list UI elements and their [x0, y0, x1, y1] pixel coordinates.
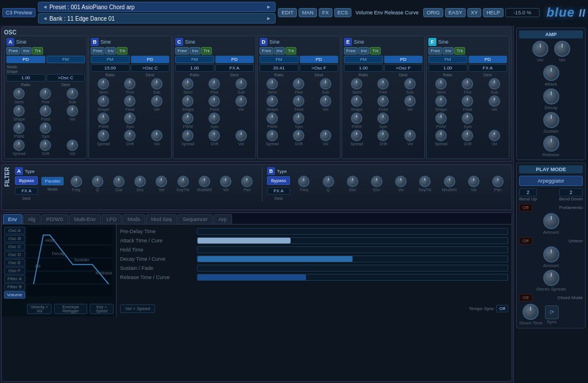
osc-a-trk[interactable]: Trk: [32, 47, 43, 55]
osc-d-spread-knob[interactable]: [266, 130, 278, 141]
osc-b-inv[interactable]: Inv: [105, 47, 116, 55]
osc-e-vol-knob[interactable]: [404, 130, 416, 141]
osc-b-feed-knob[interactable]: [124, 95, 136, 107]
osc-f-vel-knob[interactable]: [489, 95, 500, 107]
amp-release-knob[interactable]: [543, 136, 559, 152]
tab-env[interactable]: Env: [3, 214, 22, 224]
osc-a-spread-knob[interactable]: [13, 140, 25, 151]
next-bank-arrow[interactable]: ►: [265, 16, 273, 21]
osc-e-inv[interactable]: Inv: [358, 47, 369, 55]
osc-b-sub-knob[interactable]: [151, 78, 163, 90]
filter-b-vol-knob[interactable]: [468, 176, 479, 187]
osc-c-free[interactable]: Free: [175, 47, 189, 55]
osc-d-free[interactable]: Free: [260, 47, 273, 55]
man-button[interactable]: MAN: [299, 8, 317, 17]
filter-a-dist-knob[interactable]: [113, 176, 125, 187]
filter-a-bypass[interactable]: Bypass: [15, 176, 38, 185]
osc-c-semi-knob[interactable]: [182, 78, 194, 90]
unison-amount-knob[interactable]: [543, 246, 559, 262]
tab-lfo[interactable]: LFO: [102, 214, 122, 224]
osc-d-vol-knob[interactable]: [320, 130, 331, 141]
osc-d-shape-knob[interactable]: [266, 95, 278, 107]
osc-b-sym-knob[interactable]: [124, 113, 136, 124]
sync-icon-box[interactable]: ⟳: [545, 305, 559, 319]
tab-arp[interactable]: Arp: [214, 214, 232, 224]
amp-decay-knob[interactable]: [543, 88, 559, 105]
osc-c-vol-knob[interactable]: [235, 130, 247, 141]
amp-attack-knob[interactable]: [543, 65, 559, 81]
osc-c-shape-knob[interactable]: [182, 95, 194, 107]
tab-mods[interactable]: Mods: [122, 214, 145, 224]
osc-f-inv[interactable]: Inv: [443, 47, 454, 55]
easy-button[interactable]: EASY: [445, 8, 466, 17]
fx-button[interactable]: FX: [319, 8, 332, 17]
env-sustain-bar[interactable]: [197, 265, 508, 272]
filter-a-parallel-btn[interactable]: Parallel: [41, 177, 64, 185]
env-filter-b-btn[interactable]: Filter B: [4, 283, 25, 291]
env-filter-a-btn[interactable]: Filter A: [4, 275, 25, 283]
osc-b-fine-knob[interactable]: [124, 78, 136, 90]
osc-b-spread-knob[interactable]: [98, 130, 109, 141]
next-preset-arrow[interactable]: ►: [265, 4, 273, 10]
osc-c-inv[interactable]: Inv: [189, 47, 200, 55]
filter-b-freq-knob[interactable]: [298, 176, 310, 187]
filter-b-bypass[interactable]: Bypass: [267, 176, 290, 185]
osc-c-trk[interactable]: Trk: [201, 47, 212, 55]
edit-button[interactable]: EDIT: [278, 8, 297, 17]
portamento-amount-knob[interactable]: [543, 213, 559, 229]
amp-sustain-knob[interactable]: [543, 112, 559, 128]
filter-a-env-knob[interactable]: [134, 176, 146, 187]
osc-f-pwm-knob[interactable]: [435, 113, 447, 124]
osc-f-sym-knob[interactable]: [462, 113, 473, 124]
env-velocity-vol-btn[interactable]: Velocity > Vol: [27, 304, 52, 314]
osc-c-vel-knob[interactable]: [235, 95, 247, 107]
osc-a-fine-knob[interactable]: [40, 88, 51, 99]
osc-a-sub-knob[interactable]: [67, 88, 78, 99]
amp-vol-knob[interactable]: [532, 41, 548, 57]
strum-time-knob[interactable]: [523, 304, 539, 320]
env-osc-b-btn[interactable]: Osc B: [4, 235, 25, 242]
filter-b-q-knob[interactable]: [323, 176, 334, 187]
env-osc-f-btn[interactable]: Osc F: [4, 267, 25, 274]
osc-f-spread-knob[interactable]: [435, 130, 447, 141]
env-osc-c-btn[interactable]: Osc C: [4, 243, 25, 250]
osc-a-fm-btn[interactable]: FM: [47, 56, 86, 63]
amp-vel-knob[interactable]: [554, 41, 570, 57]
osc-b-trk[interactable]: Trk: [117, 47, 127, 55]
filter-a-vel-knob[interactable]: [156, 176, 167, 187]
osc-c-pwm-knob[interactable]: [182, 113, 194, 124]
osc-e-trk[interactable]: Trk: [370, 47, 381, 55]
tab-alg[interactable]: Alg: [23, 214, 41, 224]
osc-f-shape-knob[interactable]: [435, 95, 447, 107]
osc-e-spread-knob[interactable]: [351, 130, 362, 141]
osc-c-drift-knob[interactable]: [208, 130, 220, 141]
help-button[interactable]: HELP: [483, 8, 504, 17]
osc-e-feed-knob[interactable]: [377, 95, 389, 107]
orig-button[interactable]: ORIG: [423, 8, 443, 17]
osc-a-free[interactable]: Free: [6, 47, 20, 55]
env-hold-bar[interactable]: [197, 246, 508, 253]
env-osc-a-btn[interactable]: Osc A: [4, 227, 25, 234]
osc-b-drift-knob[interactable]: [124, 130, 136, 141]
osc-a-semi-knob[interactable]: [13, 88, 25, 99]
env-osc-d-btn[interactable]: Osc D: [4, 251, 25, 258]
osc-c-fm-btn[interactable]: FM: [175, 56, 214, 63]
osc-f-sub-knob[interactable]: [489, 78, 500, 90]
osc-c-sym-knob[interactable]: [208, 113, 220, 124]
osc-f-semi-knob[interactable]: [435, 78, 447, 90]
osc-a-inv[interactable]: Inv: [21, 47, 32, 55]
osc-d-pd-btn[interactable]: PD: [300, 56, 339, 63]
env-pre-delay-bar[interactable]: [197, 228, 508, 235]
osc-d-semi-knob[interactable]: [266, 78, 278, 90]
osc-b-semi-knob[interactable]: [98, 78, 109, 90]
osc-f-fine-knob[interactable]: [462, 78, 473, 90]
osc-a-vel-knob[interactable]: [67, 105, 78, 117]
osc-e-fine-knob[interactable]: [377, 78, 389, 90]
osc-f-pd-btn[interactable]: PD: [469, 56, 508, 63]
tab-sequencer[interactable]: Sequencer: [177, 214, 213, 224]
prev-bank-arrow[interactable]: ◄: [41, 16, 49, 21]
osc-d-drift-knob[interactable]: [293, 130, 304, 141]
osc-a-pwm-knob[interactable]: [13, 122, 25, 134]
osc-c-fine-knob[interactable]: [208, 78, 220, 90]
osc-f-trk[interactable]: Trk: [454, 47, 465, 55]
